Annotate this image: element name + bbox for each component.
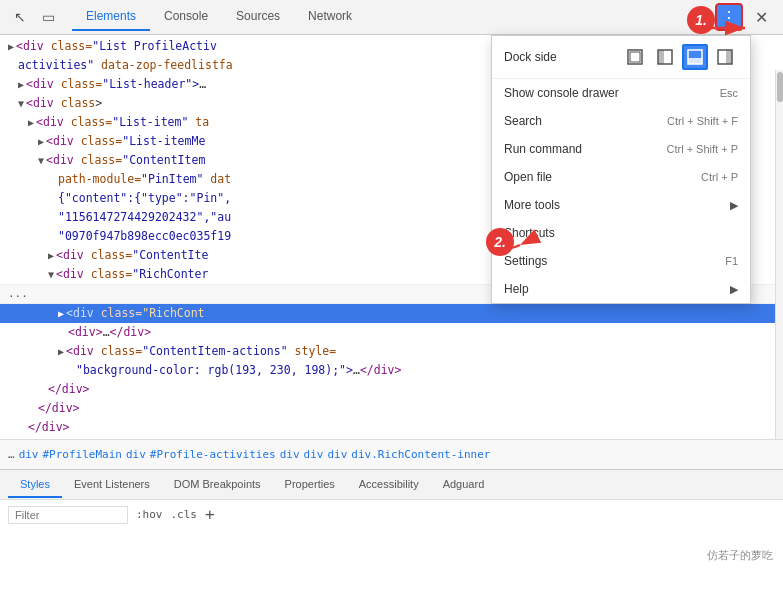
tab-properties[interactable]: Properties: [273, 472, 347, 498]
dom-line[interactable]: <div>…</div>: [0, 323, 783, 342]
triangle-icon[interactable]: ▼: [18, 98, 24, 109]
dom-line[interactable]: </div>: [0, 399, 783, 418]
breadcrumb-ellipsis: …: [8, 448, 15, 461]
dom-line[interactable]: ▶<div class="ContentItem-actions" style=: [0, 342, 783, 361]
menu-item-label: Open file: [504, 170, 681, 184]
error-badge: 9: [693, 11, 711, 24]
cls-pseudo[interactable]: .cls: [171, 508, 198, 521]
breadcrumb-item[interactable]: div: [19, 448, 39, 461]
breadcrumb-item[interactable]: div: [280, 448, 300, 461]
breadcrumb-item[interactable]: div: [304, 448, 324, 461]
filter-bar: :hov .cls +: [0, 499, 783, 529]
more-options-button[interactable]: ⋮: [715, 3, 743, 31]
menu-item-label: More tools: [504, 198, 730, 212]
breadcrumb-bar: … div #ProfileMain div #Profile-activiti…: [0, 439, 783, 469]
menu-shortcut: Ctrl + Shift + P: [666, 143, 738, 155]
scrollbar[interactable]: [775, 70, 783, 439]
menu-item-label: Run command: [504, 142, 646, 156]
menu-item-run-command[interactable]: Run command Ctrl + Shift + P: [492, 135, 750, 163]
tab-accessibility[interactable]: Accessibility: [347, 472, 431, 498]
menu-shortcut: Ctrl + P: [701, 171, 738, 183]
watermark: 仿若子的萝吃: [707, 548, 773, 563]
dom-line-highlighted[interactable]: ▶<div class="RichCont: [0, 304, 783, 323]
menu-item-label: Search: [504, 114, 647, 128]
menu-item-help[interactable]: Help ▶: [492, 275, 750, 303]
dock-icons: [622, 44, 738, 70]
tab-dom-breakpoints[interactable]: DOM Breakpoints: [162, 472, 273, 498]
svg-rect-5: [688, 58, 702, 64]
menu-item-search[interactable]: Search Ctrl + Shift + F: [492, 107, 750, 135]
menu-item-shortcuts[interactable]: Shortcuts: [492, 219, 750, 247]
menu-item-open-file[interactable]: Open file Ctrl + P: [492, 163, 750, 191]
submenu-arrow-icon: ▶: [730, 283, 738, 296]
tab-styles[interactable]: Styles: [8, 472, 62, 498]
tab-event-listeners[interactable]: Event Listeners: [62, 472, 162, 498]
breadcrumb-item[interactable]: #Profile-activities: [150, 448, 276, 461]
cursor-icon[interactable]: ↖: [8, 5, 32, 29]
device-icon[interactable]: ▭: [36, 5, 60, 29]
menu-shortcut: Ctrl + Shift + F: [667, 115, 738, 127]
close-button[interactable]: ✕: [747, 3, 775, 31]
menu-shortcut: F1: [725, 255, 738, 267]
bottom-tabs: Styles Event Listeners DOM Breakpoints P…: [0, 469, 783, 499]
add-button[interactable]: +: [205, 505, 215, 524]
dock-left-button[interactable]: [652, 44, 678, 70]
triangle-icon[interactable]: ▶: [58, 308, 64, 319]
tabs: Elements Console Sources Network: [72, 3, 689, 31]
triangle-icon[interactable]: ▶: [8, 41, 14, 52]
dock-bottom-button[interactable]: [682, 44, 708, 70]
dom-line[interactable]: "background-color: rgb(193, 230, 198);">…: [0, 361, 783, 380]
svg-rect-7: [726, 50, 732, 64]
hov-pseudo[interactable]: :hov: [136, 508, 163, 521]
menu-item-label: Settings: [504, 254, 705, 268]
undock-button[interactable]: [622, 44, 648, 70]
triangle-icon[interactable]: ▶: [58, 346, 64, 357]
menu-item-label: Help: [504, 282, 730, 296]
triangle-icon[interactable]: ▶: [28, 117, 34, 128]
dom-line[interactable]: </div>: [0, 380, 783, 399]
breadcrumb-item[interactable]: #ProfileMain: [43, 448, 122, 461]
breadcrumb-item[interactable]: div: [327, 448, 347, 461]
menu-item-more-tools[interactable]: More tools ▶: [492, 191, 750, 219]
tab-sources[interactable]: Sources: [222, 3, 294, 31]
menu-shortcut: Esc: [720, 87, 738, 99]
menu-item-label: Shortcuts: [504, 226, 738, 240]
scroll-thumb[interactable]: [777, 72, 783, 102]
dropdown-menu: Dock side: [491, 35, 751, 304]
triangle-icon[interactable]: ▼: [38, 155, 44, 166]
menu-item-show-console[interactable]: Show console drawer Esc: [492, 79, 750, 107]
menu-item-settings[interactable]: Settings F1: [492, 247, 750, 275]
submenu-arrow-icon: ▶: [730, 199, 738, 212]
header-icons: ↖ ▭: [8, 5, 60, 29]
svg-rect-1: [630, 52, 640, 62]
tab-elements[interactable]: Elements: [72, 3, 150, 31]
tab-console[interactable]: Console: [150, 3, 222, 31]
dom-line[interactable]: </div>: [0, 418, 783, 437]
breadcrumb-item[interactable]: div.RichContent-inner: [351, 448, 490, 461]
dock-side-section: Dock side: [492, 36, 750, 79]
breadcrumb-item[interactable]: div: [126, 448, 146, 461]
menu-item-label: Show console drawer: [504, 86, 700, 100]
triangle-icon[interactable]: ▶: [38, 136, 44, 147]
svg-rect-3: [658, 50, 664, 64]
tab-network[interactable]: Network: [294, 3, 366, 31]
devtools-header: ↖ ▭ Elements Console Sources Network 9 ⋮…: [0, 0, 783, 35]
triangle-icon[interactable]: ▶: [18, 79, 24, 90]
header-right: 9 ⋮ ✕: [693, 3, 775, 31]
dock-right-button[interactable]: [712, 44, 738, 70]
filter-input[interactable]: [8, 506, 128, 524]
dock-side-label: Dock side: [504, 50, 614, 64]
triangle-icon[interactable]: ▶: [48, 250, 54, 261]
triangle-icon[interactable]: ▼: [48, 269, 54, 280]
tab-adguard[interactable]: Adguard: [431, 472, 497, 498]
